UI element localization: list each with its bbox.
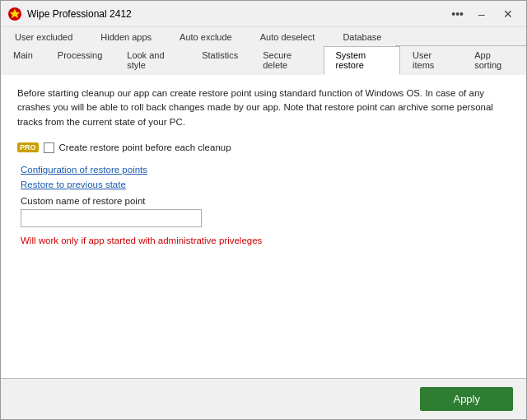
tab-database[interactable]: Database: [329, 27, 395, 46]
subtab-processing[interactable]: Processing: [45, 46, 114, 75]
sub-tabs-bar: Main Processing Look and style Statistic…: [1, 46, 526, 75]
title-bar: Wipe Professional 2412 ••• – ✕: [1, 1, 526, 27]
custom-name-input[interactable]: [21, 209, 202, 227]
subtab-look-and-style[interactable]: Look and style: [114, 46, 189, 75]
close-button[interactable]: ✕: [497, 6, 520, 22]
content-area: Before starting cleanup our app can crea…: [1, 75, 526, 378]
pro-option-label: Create restore point before each cleanup: [59, 142, 231, 152]
tab-user-excluded[interactable]: User excluded: [1, 27, 86, 46]
window-controls: ••• – ✕: [448, 6, 520, 22]
tab-auto-exclude[interactable]: Auto exclude: [166, 27, 246, 46]
app-icon: [7, 7, 22, 21]
subtab-main[interactable]: Main: [1, 46, 45, 75]
minimize-button[interactable]: –: [470, 6, 493, 22]
custom-name-label: Custom name of restore point: [21, 196, 510, 206]
description-text: Before starting cleanup our app can crea…: [17, 86, 510, 129]
more-options-button[interactable]: •••: [448, 7, 467, 21]
category-tabs-bar: User excluded Hidden apps Auto exclude A…: [1, 27, 526, 46]
footer: Apply: [1, 378, 526, 419]
tab-auto-deselect[interactable]: Auto deselect: [246, 27, 329, 46]
configuration-restore-points-link[interactable]: Configuration of restore points: [21, 165, 510, 175]
create-restore-checkbox[interactable]: [44, 142, 54, 153]
tab-hidden-apps[interactable]: Hidden apps: [86, 27, 166, 46]
subtab-user-items[interactable]: User items: [400, 46, 462, 75]
main-window: Wipe Professional 2412 ••• – ✕ User excl…: [0, 0, 527, 420]
restore-to-previous-state-link[interactable]: Restore to previous state: [21, 180, 510, 189]
subtab-secure-delete[interactable]: Secure delete: [250, 46, 323, 75]
pro-badge: PRO: [17, 142, 39, 152]
subtab-system-restore[interactable]: System restore: [324, 46, 401, 75]
subtab-app-sorting[interactable]: App sorting: [462, 46, 526, 75]
pro-option-row: PRO Create restore point before each cle…: [17, 142, 510, 153]
warning-message: Will work only if app started with admin…: [21, 236, 510, 245]
subtab-statistics[interactable]: Statistics: [189, 46, 250, 75]
apply-button[interactable]: Apply: [420, 387, 513, 411]
window-title: Wipe Professional 2412: [27, 8, 448, 20]
